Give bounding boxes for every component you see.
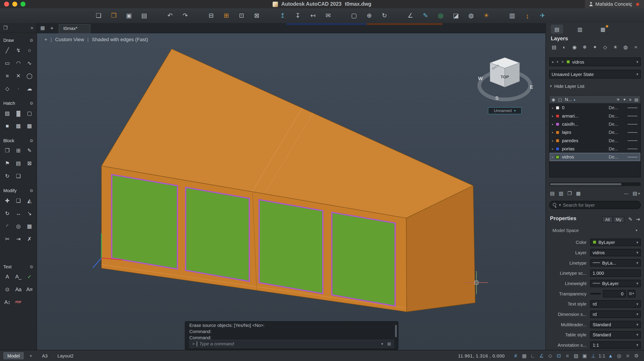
construction-line-tool[interactable]: ✕	[14, 71, 23, 80]
layer-color-swatch[interactable]	[556, 155, 560, 159]
measure-button[interactable]: ∠	[406, 11, 415, 21]
transparency-toggle[interactable]: ▨	[572, 353, 580, 358]
layer-status-dot[interactable]: ●	[552, 147, 553, 150]
undo-button[interactable]: ↶	[165, 11, 175, 21]
current-layer-dropdown[interactable]: ● ✦ ☀ vidros ▾	[549, 58, 641, 66]
gear-icon[interactable]: ⚙	[30, 38, 33, 43]
layer-status-dot[interactable]: ●	[552, 106, 553, 109]
snap-toggle[interactable]: ▦	[520, 353, 528, 358]
status-column-icon[interactable]: ▢	[558, 97, 562, 102]
palette-tab-layers[interactable]: ▤	[551, 25, 563, 34]
close-button[interactable]	[4, 2, 9, 6]
attribute-sync-tool[interactable]: ↻	[3, 171, 12, 180]
layer-row[interactable]: ● paredes De...	[550, 136, 640, 144]
isolate-button[interactable]: ◎	[436, 11, 446, 21]
orbit-button[interactable]: ↻	[380, 11, 389, 21]
window-1[interactable]	[112, 174, 178, 269]
polyline-tool[interactable]: ↯	[14, 46, 23, 54]
gear-icon[interactable]: ⚙	[30, 188, 33, 193]
zoom-button[interactable]	[20, 2, 25, 6]
sheet-set-button[interactable]: ▥	[507, 11, 517, 21]
justify-text-tool[interactable]: A≡	[25, 284, 34, 294]
filter-all-button[interactable]: All	[602, 216, 612, 222]
layer-color-swatch[interactable]	[556, 147, 560, 150]
revision-cloud-tool[interactable]: ☁	[25, 84, 34, 93]
grid-toggle[interactable]: #	[511, 353, 520, 358]
layer-row[interactable]: ● caixilh... De...	[550, 120, 640, 128]
search-input[interactable]	[563, 202, 637, 207]
modify-section-header[interactable]: Modify ⚙	[0, 187, 36, 194]
rectangle-tool[interactable]: ▭	[3, 58, 12, 67]
freeze-column-icon[interactable]: ☀	[616, 97, 620, 102]
layer-properties-button[interactable]: ▤	[550, 43, 558, 51]
compass-east[interactable]: E	[530, 84, 533, 90]
annotation-scale-dropdown[interactable]: 1:1 ▾	[590, 341, 641, 349]
save-as-button[interactable]: ▤	[139, 11, 149, 21]
share-button[interactable]: ✈	[538, 11, 548, 21]
pattern-tool[interactable]: ▦	[14, 121, 23, 130]
layer-search[interactable]: ▾	[549, 201, 641, 209]
single-line-text-tool[interactable]: A_	[14, 272, 23, 281]
multiline-text-tool[interactable]: A	[3, 272, 12, 281]
plot-button[interactable]: ⊟	[206, 11, 216, 21]
isolate-objects-toggle[interactable]: ◎	[615, 353, 624, 358]
batch-plot-button[interactable]: ⊞	[222, 11, 231, 21]
command-input[interactable]: > Type a command ▾ ⊞	[189, 340, 394, 348]
insert-block-tool[interactable]: ❐	[3, 146, 12, 155]
name-column-header[interactable]: N... ▲	[565, 97, 613, 102]
command-scrollbar[interactable]	[395, 325, 396, 337]
layer-row[interactable]: ● armari... De...	[550, 112, 640, 120]
scrollbar-thumb[interactable]	[550, 183, 622, 185]
model-space[interactable]	[37, 33, 546, 350]
create-block-tool[interactable]: ⊞	[14, 146, 23, 155]
plot-preview-button[interactable]: ⊡	[236, 11, 246, 21]
customization-button[interactable]: ≡	[624, 353, 632, 358]
palette-tab-properties[interactable]: ▦	[597, 25, 609, 34]
layer-color-swatch[interactable]	[556, 130, 560, 134]
viewport-view-control[interactable]: Custom View	[55, 36, 84, 42]
trim-tool[interactable]: ✂	[3, 234, 12, 243]
layer-color-swatch[interactable]	[556, 106, 560, 110]
text-style-dropdown[interactable]: rd ▾	[590, 300, 641, 308]
write-block-tool[interactable]: ⊠	[25, 158, 34, 168]
mirror-tool[interactable]: ◭	[25, 196, 34, 205]
layer-color-swatch[interactable]	[556, 114, 560, 118]
filter-my-button[interactable]: My	[613, 216, 624, 222]
boundary-tool[interactable]: ▢	[25, 108, 34, 118]
dynamic-ucs-toggle[interactable]: ⊥	[589, 353, 598, 358]
drawing-canvas[interactable]: + | Custom View | Shaded with edges (Fas…	[37, 33, 546, 350]
a3-tab[interactable]: A3	[38, 352, 52, 360]
transparency-slider[interactable]	[590, 293, 601, 294]
color-dropdown[interactable]: ByLayer ▾	[590, 238, 641, 246]
rotate-tool[interactable]: ↻	[3, 209, 12, 218]
ellipse-tool[interactable]: ◯	[25, 71, 34, 80]
compass-west[interactable]: W	[478, 76, 483, 81]
layer-on-button[interactable]: ☀	[611, 43, 619, 51]
user-account-button[interactable]: Mafalda Conceiç	[585, 0, 644, 8]
annotation-visibility-toggle[interactable]: ▲	[606, 353, 615, 358]
quick-select-icon[interactable]: ✎	[628, 216, 632, 222]
lineweight-toggle[interactable]: ≡	[563, 353, 572, 358]
viewport-visual-style-control[interactable]: Shaded with edges (Fast)	[92, 36, 148, 42]
layer-status-dot[interactable]: ●	[552, 114, 553, 117]
pan-button[interactable]: ⊕	[364, 11, 374, 21]
viewcube-top-label[interactable]: TOP	[500, 74, 509, 79]
copy-tool[interactable]: ❏	[14, 196, 23, 205]
text-style-tool[interactable]: Aa	[14, 284, 23, 294]
polygon-tool[interactable]: ◇	[3, 84, 12, 93]
model-viewport-icon[interactable]: ▦	[40, 25, 45, 31]
etransmit-button[interactable]: ✉	[323, 11, 333, 21]
file-tab-t0max[interactable]: t0max*	[59, 24, 90, 33]
layer-row[interactable]: ● vidros De...	[550, 153, 640, 161]
linetype-dropdown[interactable]: ByLa... ▾	[590, 259, 641, 266]
multiline-tool[interactable]: ≡	[3, 71, 12, 80]
new-vp-frozen-layer-button[interactable]: ▥	[559, 191, 564, 196]
ucs-dropdown[interactable]: Unnamed ▾	[488, 107, 522, 114]
lock-column-icon[interactable]: ✦	[623, 97, 626, 102]
multileader-style-dropdown[interactable]: Standard ▾	[590, 320, 641, 328]
line-tool[interactable]: ╱	[3, 46, 12, 54]
window-3[interactable]	[259, 200, 323, 294]
layer-isolate-button[interactable]: ◉	[570, 43, 579, 51]
window-4[interactable]	[332, 212, 395, 306]
find-replace-tool[interactable]: ⊙	[3, 284, 12, 294]
